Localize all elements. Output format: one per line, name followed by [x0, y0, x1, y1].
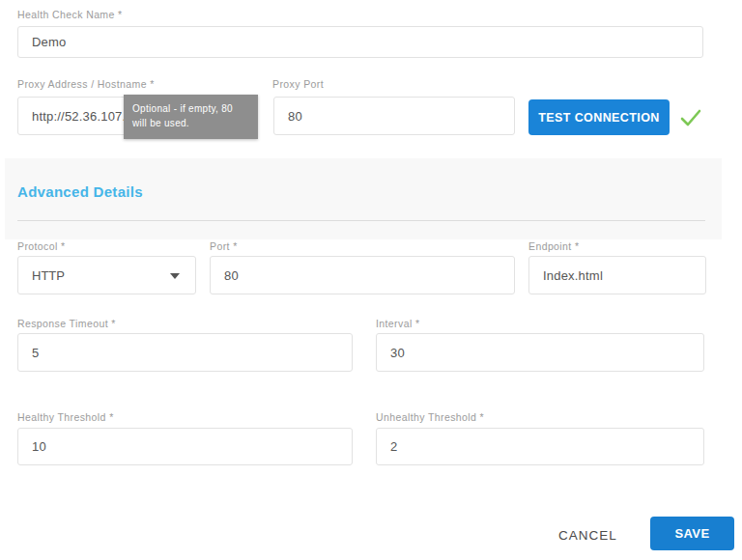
proxy-port-tooltip: Optional - if empty, 80 will be used.	[124, 95, 258, 139]
response-timeout-label: Response Timeout *	[17, 318, 116, 329]
cancel-button[interactable]: CANCEL	[558, 524, 617, 546]
unhealthy-threshold-input[interactable]	[376, 428, 704, 465]
interval-input[interactable]	[376, 333, 704, 372]
proxy-port-input[interactable]	[273, 97, 515, 135]
health-check-form: Health Check Name * Proxy Address / Host…	[0, 0, 742, 560]
health-check-name-label: Health Check Name *	[17, 9, 123, 20]
health-check-name-input[interactable]	[17, 26, 703, 58]
section-divider	[17, 220, 705, 221]
test-connection-button[interactable]: TEST CONNECTION	[528, 99, 670, 135]
connection-success-check-icon	[678, 105, 703, 130]
save-button[interactable]: SAVE	[650, 517, 734, 550]
protocol-label: Protocol *	[17, 240, 66, 252]
port-input[interactable]	[210, 256, 515, 294]
unhealthy-threshold-label: Unhealthy Threshold *	[376, 411, 484, 423]
endpoint-label: Endpoint *	[528, 240, 579, 252]
endpoint-input[interactable]	[528, 256, 706, 294]
proxy-port-label: Proxy Port	[272, 78, 324, 90]
healthy-threshold-label: Healthy Threshold *	[17, 411, 114, 423]
advanced-details-heading: Advanced Details	[17, 183, 143, 200]
chevron-down-icon	[170, 273, 180, 279]
healthy-threshold-input[interactable]	[17, 428, 353, 465]
protocol-selected-value: HTTP	[32, 268, 65, 283]
port-label: Port *	[210, 240, 238, 252]
interval-label: Interval *	[376, 318, 419, 329]
advanced-details-panel: Advanced Details	[5, 158, 722, 239]
protocol-select[interactable]: HTTP	[17, 256, 196, 294]
response-timeout-input[interactable]	[17, 333, 353, 372]
proxy-address-label: Proxy Address / Hostname *	[17, 78, 155, 90]
